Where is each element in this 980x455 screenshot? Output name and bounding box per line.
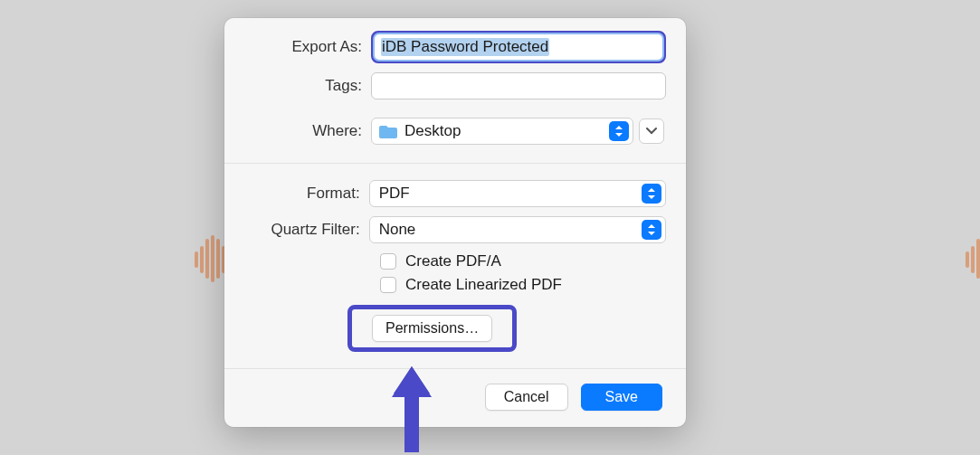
arrow-annotation-icon [389,366,434,455]
format-select[interactable]: PDF [369,180,666,207]
updown-icon [642,220,661,240]
pdfa-label: Create PDF/A [405,252,501,270]
linearized-checkbox[interactable] [380,277,396,293]
export-as-input[interactable]: iDB Password Protected [374,33,663,61]
format-value: PDF [379,185,410,203]
where-label: Where: [244,122,371,140]
svg-rect-0 [404,389,419,452]
export-as-label: Export As: [244,38,371,56]
export-as-highlight: iDB Password Protected [371,31,666,63]
export-dialog: Export As: iDB Password Protected Tags: … [224,18,686,427]
where-value: Desktop [404,122,461,140]
where-select[interactable]: Desktop [371,118,633,145]
updown-icon [642,184,661,204]
quartz-value: None [379,221,416,239]
tags-input[interactable] [371,72,666,100]
quartz-select[interactable]: None [369,216,666,243]
cancel-button[interactable]: Cancel [485,384,568,411]
updown-icon [609,121,629,141]
tags-label: Tags: [244,77,371,95]
quartz-label: Quartz Filter: [244,221,369,239]
folder-icon [379,124,397,138]
format-label: Format: [244,185,369,203]
where-expand-button[interactable] [639,118,664,144]
pdfa-checkbox[interactable] [380,253,396,270]
linearized-label: Create Linearized PDF [405,276,562,294]
decorative-wave-right [966,235,980,279]
chevron-down-icon [646,128,657,135]
permissions-button[interactable]: Permissions… [372,315,492,342]
save-button[interactable]: Save [581,384,662,411]
permissions-highlight: Permissions… [347,305,517,352]
